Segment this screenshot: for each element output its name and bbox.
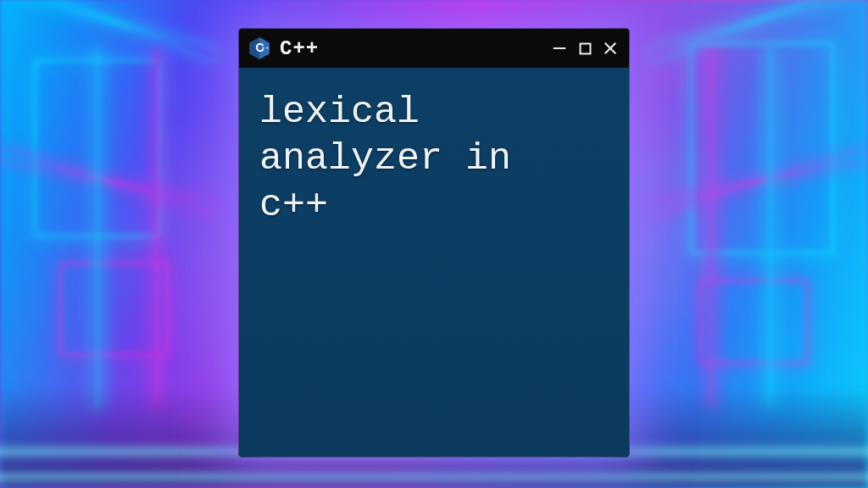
terminal-text: lexical analyzer in c++: [259, 90, 609, 230]
close-button[interactable]: [602, 40, 619, 57]
app-window: C + + C++ lexical analyzer in c++: [239, 29, 629, 457]
terminal-content: lexical analyzer in c++: [239, 68, 629, 457]
cpp-hex-icon: C + +: [248, 36, 271, 60]
window-controls: [551, 40, 619, 57]
svg-rect-6: [580, 43, 590, 53]
close-icon: [603, 41, 618, 56]
window-title: C++: [280, 37, 542, 60]
titlebar[interactable]: C + + C++: [239, 29, 629, 68]
minimize-icon: [552, 41, 567, 56]
maximize-icon: [578, 42, 593, 56]
maximize-button[interactable]: [576, 40, 593, 57]
minimize-button[interactable]: [551, 40, 568, 57]
